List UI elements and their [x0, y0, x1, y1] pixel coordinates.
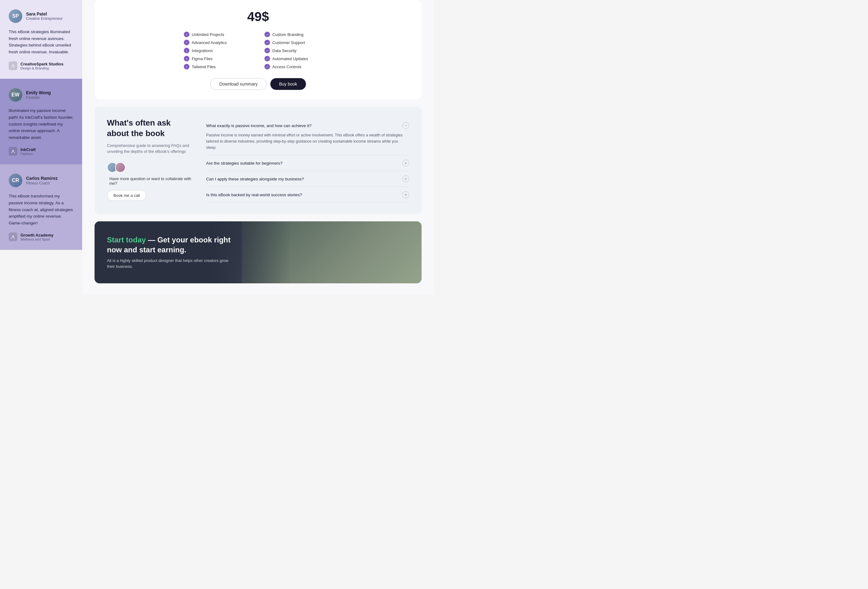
check-icon-0: ✓	[184, 32, 189, 37]
company-industry-2: Fashion	[21, 152, 35, 156]
feature-label-8: Tailwind Files	[192, 65, 216, 69]
faq-item-3: Is this eBook backed by real-world succe…	[206, 187, 409, 203]
feature-label-4: Integrations	[192, 48, 213, 53]
faq-toggle-2[interactable]: +	[402, 176, 409, 182]
feature-item-2: ✓ Advanced Analytics	[184, 40, 252, 45]
avatar-img-sara: SP	[9, 9, 22, 23]
check-icon-8: ✓	[184, 64, 189, 69]
company-name-2: InkCraft	[21, 147, 35, 152]
feature-item-4: ✓ Integrations	[184, 48, 252, 53]
company-industry-3: Wellness and Sport	[21, 238, 53, 241]
cta-highlight-text: Start today	[107, 236, 146, 244]
buy-book-button[interactable]: Buy book	[270, 78, 306, 90]
feature-label-6: Figma Files	[192, 56, 213, 61]
feature-label-3: Customer Support	[273, 40, 306, 45]
faq-toggle-1[interactable]: +	[402, 159, 409, 167]
company-icon-3	[9, 232, 17, 241]
check-icon-7: ✓	[264, 56, 270, 61]
svg-point-1	[12, 150, 14, 152]
check-icon-1: ✓	[264, 32, 270, 37]
faq-title: What's often ask about the book	[107, 118, 194, 139]
testimonial-name-1: Sara Patel	[26, 12, 63, 17]
avatar-emily: EW	[9, 88, 22, 102]
feature-item-3: ✓ Customer Support	[264, 40, 333, 45]
faq-question-2: Can I apply these strategies alongside m…	[206, 177, 304, 182]
download-summary-button[interactable]: Download summary	[210, 78, 267, 90]
testimonial-text-1: This eBook strategies illuminated fresh …	[9, 28, 74, 55]
feature-item-1: ✓ Custom Branding	[264, 32, 333, 37]
faq-question-3: Is this eBook backed by real-world succe…	[206, 192, 302, 197]
testimonial-card-1: SP Sara Patel Creative Entrepreneur This…	[0, 0, 82, 79]
testimonial-company-2: InkCraft Fashion	[9, 147, 74, 156]
company-icon-1	[9, 61, 17, 70]
avatar-img-carlos: CR	[9, 174, 22, 187]
check-icon-6: ✓	[184, 56, 189, 61]
features-grid: ✓ Unlimited Projects ✓ Custom Branding ✓…	[184, 32, 333, 69]
testimonial-role-1: Creative Entrepreneur	[26, 16, 63, 21]
testimonial-text-2: Illuminated my passive income path! As I…	[9, 107, 74, 141]
avatar-sara: SP	[9, 9, 22, 23]
faq-question-1: Are the strategies suitable for beginner…	[206, 161, 282, 165]
cta-description: Ali is a highly skilled product designer…	[107, 258, 231, 270]
feature-label-7: Automated Updates	[273, 56, 308, 61]
faq-accordion: What exactly is passive income, and how …	[206, 118, 409, 203]
faq-question-row-0: What exactly is passive income, and how …	[206, 122, 409, 129]
testimonial-role-3: Fitness Coach	[26, 181, 58, 185]
faq-toggle-3[interactable]: +	[402, 191, 409, 198]
faq-question-row-2: Can I apply these strategies alongside m…	[206, 176, 409, 182]
company-icon-2	[9, 147, 17, 156]
faq-left: What's often ask about the book Comprehe…	[107, 118, 194, 203]
faq-item-1: Are the strategies suitable for beginner…	[206, 155, 409, 171]
faq-answer-0: Passive income is money earned with mini…	[206, 132, 409, 151]
feature-label-0: Unlimited Projects	[192, 32, 224, 37]
feature-item-6: ✓ Figma Files	[184, 56, 252, 61]
avatar-carlos: CR	[9, 174, 22, 187]
avatar-img-emily: EW	[9, 88, 22, 102]
check-icon-2: ✓	[184, 40, 189, 45]
contact-avatar-2	[115, 162, 125, 173]
check-icon-3: ✓	[264, 40, 270, 45]
feature-item-5: ✓ Data Security	[264, 48, 333, 53]
right-panel: 49$ ✓ Unlimited Projects ✓ Custom Brandi…	[82, 0, 434, 294]
faq-item-0: What exactly is passive income, and how …	[206, 118, 409, 155]
card-header-3: CR Carlos Ramirez Fitness Coach	[9, 174, 74, 187]
feature-item-7: ✓ Automated Updates	[264, 56, 333, 61]
testimonial-company-3: Growth Academy Wellness and Sport	[9, 232, 74, 241]
faq-toggle-0[interactable]: −	[402, 122, 409, 129]
contact-avatars	[107, 162, 194, 173]
cta-content: Start today — Get your ebook right now a…	[107, 235, 231, 269]
testimonial-card-2: EW Emily Wong Founder Illuminated my pas…	[0, 79, 82, 164]
feature-label-9: Access Controls	[273, 65, 302, 69]
price-display: 49$	[107, 9, 409, 24]
feature-label-1: Custom Branding	[273, 32, 304, 37]
testimonial-company-1: CreativeSpark Studios Design & Branding	[9, 61, 74, 70]
feature-label-2: Advanced Analytics	[192, 40, 227, 45]
company-name-1: CreativeSpark Studios	[21, 62, 63, 66]
faq-item-2: Can I apply these strategies alongside m…	[206, 171, 409, 187]
check-icon-5: ✓	[264, 48, 270, 53]
testimonials-panel: SP Sara Patel Creative Entrepreneur This…	[0, 0, 82, 294]
check-icon-4: ✓	[184, 48, 189, 53]
faq-subtitle: Comprehensive guide to answering FAQs an…	[107, 143, 194, 155]
faq-question-row-3: Is this eBook backed by real-world succe…	[206, 191, 409, 198]
feature-item-0: ✓ Unlimited Projects	[184, 32, 252, 37]
book-me-call-button[interactable]: Book me a call	[107, 190, 146, 201]
svg-point-0	[12, 65, 14, 66]
faq-question-row-1: Are the strategies suitable for beginner…	[206, 159, 409, 167]
card-header-2: EW Emily Wong Founder	[9, 88, 74, 102]
testimonial-card-3: CR Carlos Ramirez Fitness Coach This eBo…	[0, 164, 82, 250]
contact-text: Have more question or want to collabrate…	[107, 176, 194, 186]
svg-point-2	[12, 236, 14, 237]
faq-section: What's often ask about the book Comprehe…	[94, 107, 422, 214]
company-name-3: Growth Academy	[21, 233, 53, 238]
testimonial-role-2: Founder	[26, 96, 51, 100]
pricing-buttons: Download summary Buy book	[107, 78, 409, 90]
testimonial-text-3: This eBook transformed my passive income…	[9, 193, 74, 226]
feature-label-5: Data Security	[273, 48, 297, 53]
check-icon-9: ✓	[264, 64, 270, 69]
card-header-1: SP Sara Patel Creative Entrepreneur	[9, 9, 74, 23]
cta-section: Start today — Get your ebook right now a…	[94, 221, 422, 283]
feature-item-8: ✓ Tailwind Files	[184, 64, 252, 69]
feature-item-9: ✓ Access Controls	[264, 64, 333, 69]
company-industry-1: Design & Branding	[21, 66, 63, 70]
